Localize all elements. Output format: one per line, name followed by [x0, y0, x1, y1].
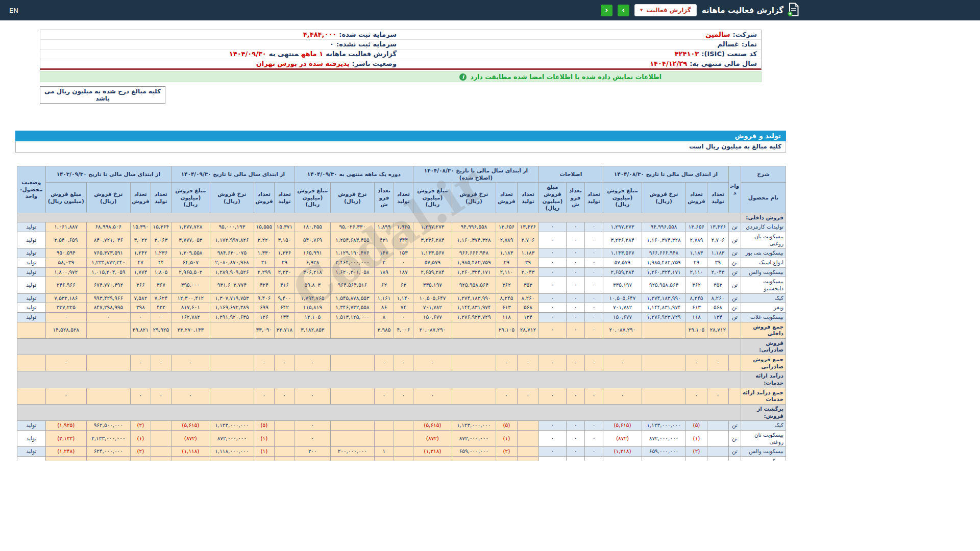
- table-cell: [452, 322, 496, 338]
- table-cell: ۵۶۸: [707, 303, 729, 313]
- table-cell: [394, 447, 413, 457]
- table-cell: ۱,۲۹۱,۹۲۰,۶۳۵: [210, 312, 254, 322]
- product-name: بیسکویت والس: [741, 447, 786, 457]
- table-cell: (۵): [254, 421, 274, 431]
- info-value: ۱۴۰۴/۱۲/۲۹: [650, 60, 687, 67]
- table-cell: ۰: [566, 303, 584, 313]
- table-cell: ۱,۶۲۰,۲۰۱,۰۵۸: [330, 267, 374, 277]
- table-cell: ۰: [603, 355, 642, 371]
- table-cell: ۲,۷۸۹: [496, 232, 517, 248]
- negative-value: (۵,۶۱۵): [424, 422, 441, 428]
- table-cell: ۹۴,۹۹۶,۵۵۸: [642, 222, 686, 232]
- table-cell: ۰: [584, 355, 603, 371]
- negative-value: (۱): [137, 435, 144, 441]
- table-cell: ۲۳,۲۷۰,۱۴۳: [171, 322, 210, 338]
- total-row: جمع فروش داخلی۲۸,۷۱۲۲۹,۱۰۵۲۰,۰۸۷,۲۹۰۰۰۰۲…: [17, 322, 786, 338]
- table-cell: ۰: [584, 232, 603, 248]
- info-label: وضعیت ناشر:: [352, 60, 397, 67]
- next-report-button[interactable]: ›: [618, 5, 629, 16]
- table-cell: ۰: [295, 355, 330, 371]
- table-cell: ۰: [86, 312, 130, 322]
- table-cell: ۹۸۴,۶۳۰,۰۷۵: [210, 248, 254, 258]
- table-cell: ۹۹۳,۴۲۹,۹۶۶: [86, 293, 130, 303]
- table-cell: ۲: [374, 258, 394, 268]
- table-cell: [642, 456, 686, 461]
- language-switch[interactable]: EN: [9, 7, 18, 14]
- product-name: بیسکویت نان روغنی: [741, 232, 786, 248]
- top-bar-inner: گزارش فعالیت ماهانه گزارش فعالیت ▼ › ‹ E…: [0, 0, 804, 20]
- report-icon: [788, 3, 799, 18]
- table-cell: ۰: [584, 430, 603, 446]
- unit-cell: تن: [729, 430, 741, 446]
- table-cell: ۰: [566, 222, 584, 232]
- prev-report-button[interactable]: ‹: [601, 5, 612, 16]
- table-cell: ۰: [171, 355, 210, 371]
- table-cell: ۰: [538, 447, 566, 457]
- table-cell: ۱,۷۹۴,۷۶۵: [295, 293, 330, 303]
- report-type-dropdown[interactable]: گزارش فعالیت ▼: [634, 4, 697, 16]
- table-cell: ۳۲,۷۱۸: [274, 322, 295, 338]
- negative-value: (۱,۲۴۸): [57, 448, 75, 454]
- table-cell: [686, 456, 707, 461]
- table-cell: ۰: [538, 248, 566, 258]
- table-cell: ۰: [566, 355, 584, 371]
- unit-cell: تن: [729, 293, 741, 303]
- product-name: بیسکویت دایجستیو: [741, 277, 786, 293]
- table-cell: ۱,۲۷۶,۹۲۳,۷۲۹: [452, 312, 496, 322]
- table-cell: [171, 456, 210, 461]
- table-cell: [413, 456, 452, 461]
- table-cell: ۱,۲۵۴,۶۸۴,۴۵۵: [330, 232, 374, 248]
- table-cell: (۱,۲۴۸): [45, 447, 86, 457]
- info-value: پذیرفته شده در بورس تهران: [256, 60, 350, 67]
- table-cell: ۳,۴۶۴,۰۰۰,۰۰۰: [330, 258, 374, 268]
- table-cell: ۰: [566, 248, 584, 258]
- table-cell: ۰: [566, 267, 584, 277]
- table-cell: ۱,۸۰۵: [151, 267, 171, 277]
- app-brand: گزارش فعالیت ماهانه: [702, 3, 799, 18]
- table-cell: ۹۶۶,۶۶۶,۹۴۸: [452, 248, 496, 258]
- chevron-down-icon: ▼: [640, 8, 643, 12]
- total-label: جمع درآمد ارائه خدمات: [741, 388, 786, 404]
- table-cell: ۸۷۲,۰۰۰,۰۰۰: [452, 430, 496, 446]
- table-cell: ۰: [686, 355, 707, 371]
- info-row: شرکت:سالمینسرمایه ثبت شده:۴,۴۸۴,۰۰۰: [40, 30, 761, 39]
- table-cell: ۰: [538, 232, 566, 248]
- table-cell: [517, 430, 538, 446]
- unit-cell: تن: [729, 447, 741, 457]
- table-cell: ۲۰۰: [295, 447, 330, 457]
- table-cell: ۱۵۳: [394, 248, 413, 258]
- section-row: فروش داخلی:: [17, 213, 786, 222]
- table-cell: ۱۵,۳۷۱: [274, 222, 295, 232]
- status-cell: تولید: [17, 232, 45, 248]
- table-cell: [151, 421, 171, 431]
- negative-value: (۲,۱۳۳): [57, 435, 75, 441]
- table-cell: [707, 456, 729, 461]
- table-cell: ۳,۲۲۰: [254, 232, 274, 248]
- column-header: تعداد تولید: [394, 183, 413, 213]
- info-cell: شرکت:سالمین: [401, 30, 761, 39]
- table-cell: (۲۰۲): [45, 456, 86, 461]
- table-cell: ۳۶۲: [496, 277, 517, 293]
- status-cell: [17, 388, 45, 404]
- product-row: بیسکویت غلاتتن۱۳۴۱۱۸۱,۲۷۶,۹۲۳,۷۲۹۱۵۰,۶۷۷…: [17, 312, 786, 322]
- table-cell: (۱): [254, 430, 274, 446]
- info-icon: i: [459, 73, 467, 81]
- table-cell: [603, 456, 642, 461]
- table-cell: ۰: [566, 447, 584, 457]
- table-cell: ۳۵۳: [707, 277, 729, 293]
- table-cell: ۰: [45, 388, 86, 404]
- product-name: تولیدات کارمزدی: [741, 222, 786, 232]
- table-cell: ۰: [130, 312, 151, 322]
- unit-cell: تن: [729, 248, 741, 258]
- table-cell: ۵۷,۵۷۹: [413, 258, 452, 268]
- table-cell: ۱,۲۶۰,۳۲۴,۱۷۱: [452, 267, 496, 277]
- table-cell: ۲,۰۴۳: [517, 267, 538, 277]
- table-cell: ۳,۱۸۲,۸۵۳: [295, 322, 330, 338]
- column-header: مبلغ فروش (میلیون ریال): [45, 183, 86, 213]
- table-cell: [254, 456, 274, 461]
- table-cell: [330, 430, 374, 446]
- status-cell: تولید: [17, 430, 45, 446]
- table-cell: [374, 421, 394, 431]
- table-cell: ۱,۱۴۴,۸۳۱,۹۷۴: [642, 303, 686, 313]
- table-cell: ۹۲۵,۹۵۸,۵۶۴: [452, 277, 496, 293]
